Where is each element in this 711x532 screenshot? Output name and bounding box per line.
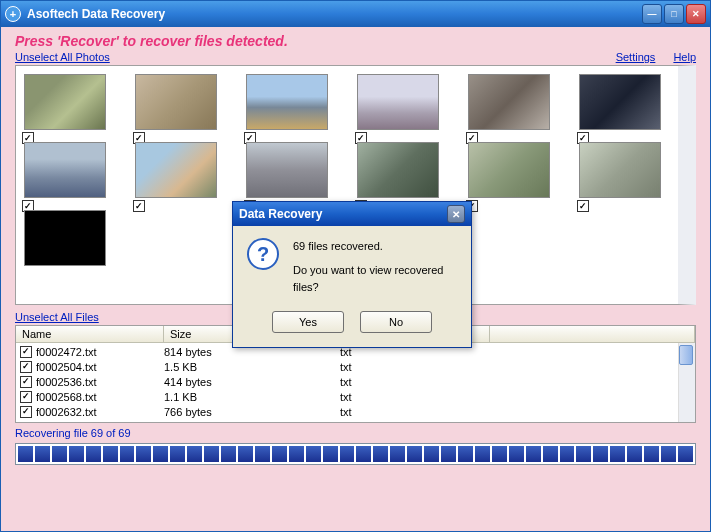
dialog-message: 69 files recovered. Do you want to view … — [293, 238, 457, 297]
photo-thumbnail[interactable] — [579, 142, 661, 198]
photo-thumbnail[interactable] — [24, 74, 106, 130]
photo-item[interactable] — [24, 210, 115, 266]
dialog-line2: Do you want to view recovered files? — [293, 262, 457, 297]
photo-thumbnail[interactable] — [357, 74, 439, 130]
file-checkbox[interactable] — [20, 346, 32, 358]
file-size: 1.1 KB — [164, 391, 340, 403]
dialog-close-button[interactable]: ✕ — [447, 205, 465, 223]
photo-item[interactable] — [357, 142, 448, 198]
photo-item[interactable] — [24, 74, 115, 130]
photo-thumbnail[interactable] — [246, 74, 328, 130]
file-name: f0002504.txt — [36, 361, 164, 373]
photo-item[interactable] — [468, 74, 559, 130]
help-link[interactable]: Help — [673, 51, 696, 63]
photo-thumbnail[interactable] — [24, 210, 106, 266]
photo-item[interactable] — [135, 74, 226, 130]
window-title: Asoftech Data Recovery — [27, 7, 640, 21]
photo-item[interactable] — [579, 142, 670, 198]
photo-thumbnail[interactable] — [468, 74, 550, 130]
minimize-button[interactable]: — — [642, 4, 662, 24]
photo-item[interactable] — [579, 74, 670, 130]
photo-thumbnail[interactable] — [579, 74, 661, 130]
photo-thumbnail[interactable] — [246, 142, 328, 198]
photo-checkbox[interactable] — [133, 200, 145, 212]
file-name: f0002568.txt — [36, 391, 164, 403]
file-row[interactable]: f0002568.txt 1.1 KB txt — [16, 389, 695, 404]
file-ext: txt — [340, 406, 490, 418]
yes-button[interactable]: Yes — [272, 311, 344, 333]
no-button[interactable]: No — [360, 311, 432, 333]
photos-scrollbar[interactable] — [678, 66, 696, 304]
file-row[interactable]: f0002632.txt 766 bytes txt — [16, 404, 695, 419]
file-row[interactable]: f0002504.txt 1.5 KB txt — [16, 359, 695, 374]
photo-item[interactable] — [468, 142, 559, 198]
dialog-line1: 69 files recovered. — [293, 238, 457, 256]
maximize-button[interactable]: □ — [664, 4, 684, 24]
file-name: f0002472.txt — [36, 346, 164, 358]
file-ext: txt — [340, 376, 490, 388]
settings-link[interactable]: Settings — [616, 51, 656, 63]
app-icon: + — [5, 6, 21, 22]
file-row[interactable]: f0002536.txt 414 bytes txt — [16, 374, 695, 389]
file-checkbox[interactable] — [20, 406, 32, 418]
column-name[interactable]: Name — [16, 326, 164, 342]
dialog-title: Data Recovery — [239, 207, 447, 221]
file-checkbox[interactable] — [20, 376, 32, 388]
photo-item[interactable] — [24, 142, 115, 198]
photo-item[interactable] — [246, 74, 337, 130]
photo-thumbnail[interactable] — [357, 142, 439, 198]
file-size: 414 bytes — [164, 376, 340, 388]
unselect-all-files-link[interactable]: Unselect All Files — [15, 311, 99, 323]
files-body: f0002472.txt 814 bytes txt f0002504.txt … — [16, 343, 695, 420]
recovery-dialog: Data Recovery ✕ ? 69 files recovered. Do… — [232, 201, 472, 348]
file-checkbox[interactable] — [20, 361, 32, 373]
file-name: f0002632.txt — [36, 406, 164, 418]
scrollbar-thumb[interactable] — [679, 345, 693, 365]
photo-item[interactable] — [246, 142, 337, 198]
scrollbar-thumb[interactable] — [680, 126, 694, 256]
photo-item[interactable] — [357, 74, 448, 130]
question-icon: ? — [247, 238, 279, 270]
column-spacer — [490, 326, 695, 342]
unselect-all-photos-link[interactable]: Unselect All Photos — [15, 51, 110, 63]
photo-thumbnail[interactable] — [135, 142, 217, 198]
file-size: 1.5 KB — [164, 361, 340, 373]
files-scrollbar[interactable] — [678, 343, 695, 422]
photo-checkbox[interactable] — [577, 200, 589, 212]
progress-bar — [15, 443, 696, 465]
file-checkbox[interactable] — [20, 391, 32, 403]
photo-item[interactable] — [135, 142, 226, 198]
dialog-titlebar: Data Recovery ✕ — [233, 202, 471, 226]
instruction-text: Press 'Recover' to recover files detecte… — [15, 33, 696, 49]
titlebar: + Asoftech Data Recovery — □ ✕ — [1, 1, 710, 27]
file-ext: txt — [340, 361, 490, 373]
status-text: Recovering file 69 of 69 — [15, 427, 696, 439]
photo-thumbnail[interactable] — [468, 142, 550, 198]
file-ext: txt — [340, 391, 490, 403]
photo-thumbnail[interactable] — [135, 74, 217, 130]
file-name: f0002536.txt — [36, 376, 164, 388]
file-size: 766 bytes — [164, 406, 340, 418]
close-button[interactable]: ✕ — [686, 4, 706, 24]
photo-thumbnail[interactable] — [24, 142, 106, 198]
